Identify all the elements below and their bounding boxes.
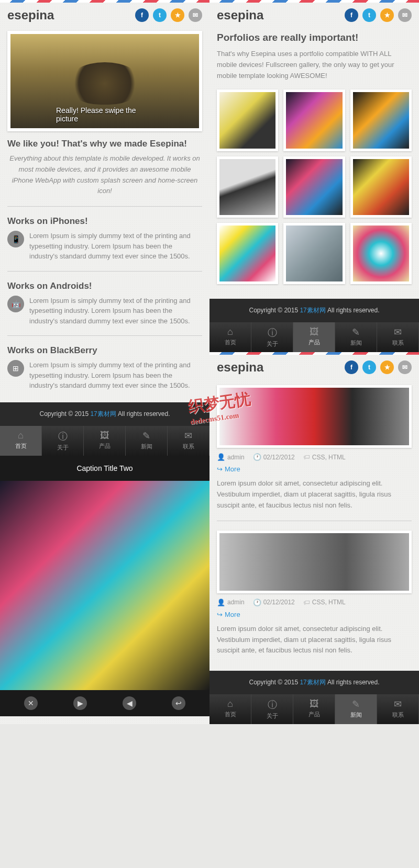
nav-contact[interactable]: ✉联系 [377,694,419,724]
bottom-nav: ⌂首页 ⓘ关于 🖼产品 ✎新闻 ✉联系 [0,426,210,456]
facebook-icon[interactable]: f [135,8,149,22]
gallery-caption-bar: Caption Title Two [0,456,210,481]
close-icon[interactable]: ✕ [24,696,38,710]
portfolio-thumb[interactable] [283,223,345,284]
logo[interactable]: esepina [217,360,263,375]
bottom-nav: ⌂首页 ⓘ关于 🖼产品 ✎新闻 ✉联系 [210,694,419,724]
feature-title: Works on Androids! [7,281,202,291]
portfolio-thumb[interactable] [350,156,412,218]
logo[interactable]: esepina [7,8,54,22]
nav-home[interactable]: ⌂首页 [210,322,251,352]
nav-home[interactable]: ⌂首页 [210,694,251,724]
nav-about[interactable]: ⓘ关于 [42,426,84,456]
phone-icon: 📱 [7,231,24,247]
user-icon: 👤 [217,453,225,461]
feature-text: Lorem Ipsum is simply dummy text of the … [29,360,202,391]
nav-news[interactable]: ✎新闻 [126,426,168,456]
logo[interactable]: esepina [217,8,263,22]
envelope-icon: ✉ [377,326,418,338]
footer-link[interactable]: 17素材网 [300,679,325,686]
nav-products[interactable]: 🖼产品 [293,694,335,724]
header: esepina f t ★ ✉ [210,3,419,28]
rss-icon[interactable]: ★ [171,8,184,22]
prev-icon[interactable]: ◀ [123,696,136,710]
edit-icon: ✎ [335,698,377,710]
feature-blackberry: Works on BlackBerry ⊞ Lorem Ipsum is sim… [7,345,202,391]
portfolio-desc: That's why Esepina uses a portfolio comp… [217,49,412,81]
feature-text: Lorem Ipsum is simply dummy text of the … [29,296,202,326]
footer: Copyright © 2015 17素材网 All rights reserv… [210,671,419,694]
read-more-link[interactable]: ↪More [217,465,412,473]
edit-icon: ✎ [335,326,377,338]
portfolio-thumb[interactable] [283,156,345,218]
portfolio-thumb[interactable] [217,156,278,218]
twitter-icon[interactable]: t [362,360,376,374]
mail-icon[interactable]: ✉ [189,8,202,22]
hero-caption: Really! Please swipe the picture [56,106,153,123]
read-more-link[interactable]: ↪More [217,611,412,618]
header: esepina f t ★ ✉ [210,355,419,380]
nav-home[interactable]: ⌂首页 [0,426,42,456]
home-icon: ⌂ [210,698,251,709]
home-icon: ⌂ [210,326,251,337]
footer-link[interactable]: 17素材网 [90,410,116,418]
footer: Copyright © 2015 17素材网 All rights reserv… [210,299,419,322]
tag-icon: 🏷 [303,453,310,461]
nav-news[interactable]: ✎新闻 [335,694,377,724]
feature-text: Lorem Ipsum is simply dummy text of the … [29,231,202,262]
clock-icon: 🕐 [253,453,261,461]
portfolio-thumb[interactable] [283,89,345,151]
gallery-fullscreen-image[interactable] [0,481,210,690]
divider [7,206,202,207]
next-icon[interactable]: ▶ [73,696,87,710]
info-icon: ⓘ [251,326,293,339]
portfolio-thumb[interactable] [217,89,278,151]
blog-post-image[interactable] [217,385,412,448]
divider [217,521,412,521]
header: esepina f t ★ ✉ [0,3,210,28]
welcome-heading: We like you! That's why we made Esepina! [7,139,202,149]
nav-news[interactable]: ✎新闻 [335,322,377,352]
facebook-icon[interactable]: f [345,360,358,374]
twitter-icon[interactable]: t [153,8,167,22]
facebook-icon[interactable]: f [345,8,358,22]
portfolio-thumb[interactable] [350,223,412,284]
gallery-controls: ✕ ▶ ◀ ↩ [0,690,210,716]
post-excerpt: Lorem ipsum dolor sit amet, consectetur … [217,478,412,511]
info-icon: ⓘ [251,698,293,711]
social-icons: f t ★ ✉ [135,8,202,22]
nav-contact[interactable]: ✉联系 [168,426,210,456]
blog-post-image[interactable] [217,531,412,593]
portfolio-thumb[interactable] [217,223,278,284]
post-meta: 👤admin 🕐02/12/2012 🏷CSS, HTML [217,599,412,606]
clock-icon: 🕐 [253,599,261,606]
portfolio-grid [217,89,412,284]
divider [7,335,202,336]
tag-icon: 🏷 [303,599,310,606]
mail-icon[interactable]: ✉ [398,8,412,22]
divider [7,271,202,272]
portfolio-heading: Porfolios are really important! [217,32,412,43]
nav-products[interactable]: 🖼产品 [293,322,335,352]
android-icon: 🤖 [7,296,24,312]
portfolio-thumb[interactable] [350,89,412,151]
rss-icon[interactable]: ★ [380,8,394,22]
nav-about[interactable]: ⓘ关于 [251,694,293,724]
nav-about[interactable]: ⓘ关于 [251,322,293,352]
footer-link[interactable]: 17素材网 [300,307,325,314]
arrow-icon: ↪ [217,611,223,618]
home-panel: esepina f t ★ ✉ Really! Please swipe the… [0,0,210,724]
nav-products[interactable]: 🖼产品 [84,426,126,456]
nav-contact[interactable]: ✉联系 [377,322,419,352]
arrow-icon: ↪ [217,465,223,473]
home-icon: ⌂ [0,430,41,441]
image-icon: 🖼 [293,326,335,337]
mail-icon[interactable]: ✉ [398,360,412,374]
back-icon[interactable]: ↩ [172,696,185,710]
twitter-icon[interactable]: t [362,8,376,22]
post-excerpt: Lorem ipsum dolor sit amet, consectetur … [217,624,412,656]
user-icon: 👤 [217,599,225,606]
hero-slider[interactable]: Really! Please swipe the picture [7,31,202,131]
rss-icon[interactable]: ★ [380,360,394,374]
intro-text: Everything about this template is mobile… [7,153,202,197]
